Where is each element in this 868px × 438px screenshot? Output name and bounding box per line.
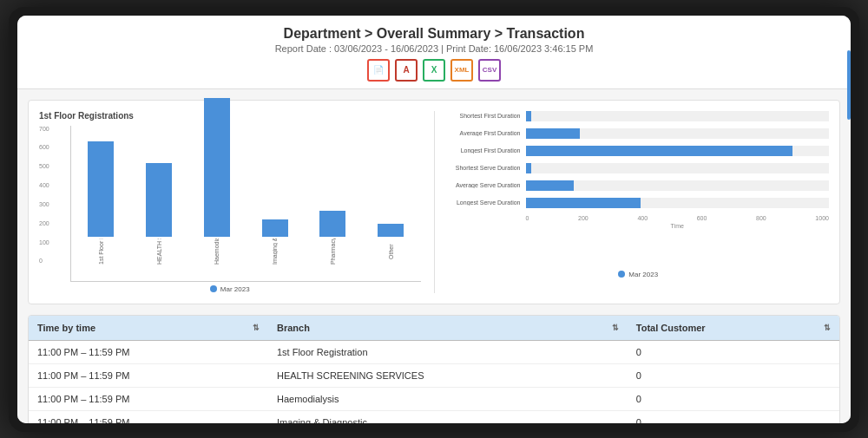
bar-6	[378, 224, 404, 237]
h-bar-row-5: Average Serve Duration	[448, 180, 830, 191]
h-bar-track-2	[526, 128, 830, 139]
bar-group-4: Imaging & Diagnostic	[249, 219, 300, 265]
h-bar-track-1	[526, 111, 830, 121]
bar-label-1: 1st Floor Registration	[98, 239, 104, 265]
h-bar-row-1: Shortest First Duration	[448, 111, 830, 121]
excel-export-button[interactable]: X	[423, 59, 445, 82]
th-time-label: Time by time	[37, 323, 95, 333]
bar-2	[146, 163, 172, 237]
h-bar-label-4: Shortest Serve Duration	[448, 165, 526, 171]
csv-export-button[interactable]: CSV	[478, 59, 501, 82]
csv-label: CSV	[483, 66, 496, 74]
h-bar-track-3	[526, 146, 830, 156]
bar-group-6: Other	[365, 224, 417, 265]
cell-time-2: 11:00 PM – 11:59 PM	[29, 387, 268, 410]
x-label-200: 200	[578, 215, 589, 221]
th-total-label: Total Customer	[636, 323, 706, 333]
bar-1	[88, 141, 114, 237]
y-label-7: 700	[39, 126, 49, 132]
chart-divider	[434, 111, 435, 293]
right-chart-legend: Mar 2023	[448, 271, 830, 278]
vertical-bar-chart: 1st Floor Registrations 1st Floor Regist…	[39, 111, 421, 293]
legend-dot	[210, 285, 217, 292]
h-bar-row-2: Average First Duration	[448, 128, 830, 139]
h-bar-fill-3	[526, 146, 793, 156]
h-bar-fill-4	[526, 163, 532, 173]
bar-label-2: HEALTH SCREENING	[156, 239, 162, 265]
y-label-6: 600	[39, 144, 49, 150]
bar-label-5: Pharmacy 2	[330, 239, 336, 265]
cell-time-1: 11:00 PM – 11:59 PM	[29, 363, 268, 387]
th-branch-label: Branch	[277, 323, 310, 333]
table-row: 11:00 PM – 11:59 PM 1st Floor Registrati…	[29, 340, 839, 363]
h-bar-track-6	[526, 198, 830, 208]
export-icons: 📄 A X XML CSV	[35, 59, 833, 82]
h-bar-track-4	[526, 163, 830, 173]
cell-branch-3: Imaging & Diagnostic	[268, 410, 628, 423]
bar-label-6: Other	[388, 239, 394, 265]
sort-branch-icon[interactable]: ⇅	[612, 324, 619, 332]
y-label-1: 100	[39, 239, 49, 245]
x-label-600: 600	[697, 215, 707, 221]
table-body: 11:00 PM – 11:59 PM 1st Floor Registrati…	[29, 340, 839, 423]
x-label-0: 0	[526, 215, 529, 221]
device-frame: Department > Overall Summary > Transacti…	[9, 7, 859, 432]
sort-total-icon[interactable]: ⇅	[824, 324, 831, 332]
bar-group-3: Haemodialysis	[192, 98, 243, 265]
sort-time-icon[interactable]: ⇅	[253, 324, 260, 332]
h-bar-row-3: Longest First Duration	[448, 146, 830, 156]
pdf-export-button[interactable]: 📄	[367, 59, 390, 82]
h-bar-row-4: Shortest Serve Duration	[448, 163, 830, 173]
x-label-1000: 1000	[815, 215, 829, 221]
table-row: 11:00 PM – 11:59 PM Imaging & Diagnostic…	[29, 410, 839, 423]
bar-group-1: 1st Floor Registration	[76, 141, 127, 265]
th-branch: Branch ⇅	[268, 316, 628, 341]
y-label-3: 300	[39, 201, 49, 207]
charts-section: 1st Floor Registrations 1st Floor Regist…	[28, 100, 840, 304]
cell-branch-2: Haemodialysis	[268, 387, 628, 410]
acrobat-icon: A	[403, 65, 409, 75]
h-bar-fill-1	[526, 111, 532, 121]
page-header: Department > Overall Summary > Transacti…	[17, 16, 851, 89]
left-chart-legend: Mar 2023	[39, 285, 421, 293]
h-bar-row-6: Longest Serve Duration	[448, 198, 830, 208]
table-row: 11:00 PM – 11:59 PM HEALTH SCREENING SER…	[29, 363, 839, 387]
cell-total-1: 0	[628, 363, 839, 387]
x-label-800: 800	[756, 215, 766, 221]
bar-5	[319, 211, 345, 237]
bar-chart-area: 1st Floor Registration HEALTH SCREENING …	[70, 126, 421, 282]
scroll-indicator[interactable]	[847, 50, 851, 120]
cell-total-3: 0	[628, 410, 839, 423]
cell-total-2: 0	[628, 387, 839, 410]
y-label-2: 200	[39, 220, 49, 226]
y-label-5: 500	[39, 163, 49, 169]
app-window: Department > Overall Summary > Transacti…	[17, 16, 851, 423]
cell-total-0: 0	[628, 340, 839, 363]
y-label-0: 0	[39, 258, 49, 264]
cell-time-0: 11:00 PM – 11:59 PM	[29, 340, 268, 363]
bar-group-2: HEALTH SCREENING	[134, 163, 185, 265]
table-header: Time by time ⇅ Branch ⇅	[29, 316, 839, 341]
cell-time-3: 11:00 PM – 11:59 PM	[29, 410, 268, 423]
bar-3	[204, 98, 230, 237]
x-label-400: 400	[637, 215, 648, 221]
bar-group-5: Pharmacy 2	[307, 211, 358, 265]
h-bar-chart-area: Shortest First Duration Average First Du…	[448, 111, 830, 267]
page-title: Department > Overall Summary > Transacti…	[35, 26, 833, 42]
right-legend-label: Mar 2023	[628, 271, 658, 278]
xml-export-button[interactable]: XML	[450, 59, 473, 82]
bar-label-4: Imaging & Diagnostic	[272, 239, 278, 265]
acrobat-export-button[interactable]: A	[395, 59, 418, 82]
table-row: 11:00 PM – 11:59 PM Haemodialysis 0	[29, 387, 839, 410]
h-bar-fill-5	[526, 180, 575, 191]
main-content: 1st Floor Registrations 1st Floor Regist…	[17, 89, 851, 423]
horizontal-bar-chart: Shortest First Duration Average First Du…	[448, 111, 830, 293]
bar-4	[262, 219, 288, 237]
h-bar-label-1: Shortest First Duration	[448, 113, 526, 119]
right-legend-dot	[618, 271, 625, 278]
data-table: Time by time ⇅ Branch ⇅	[29, 316, 839, 423]
excel-icon: X	[431, 65, 437, 75]
table-header-row: Time by time ⇅ Branch ⇅	[29, 316, 839, 341]
h-bar-label-5: Average Serve Duration	[448, 182, 526, 188]
xml-label: XML	[455, 66, 470, 74]
